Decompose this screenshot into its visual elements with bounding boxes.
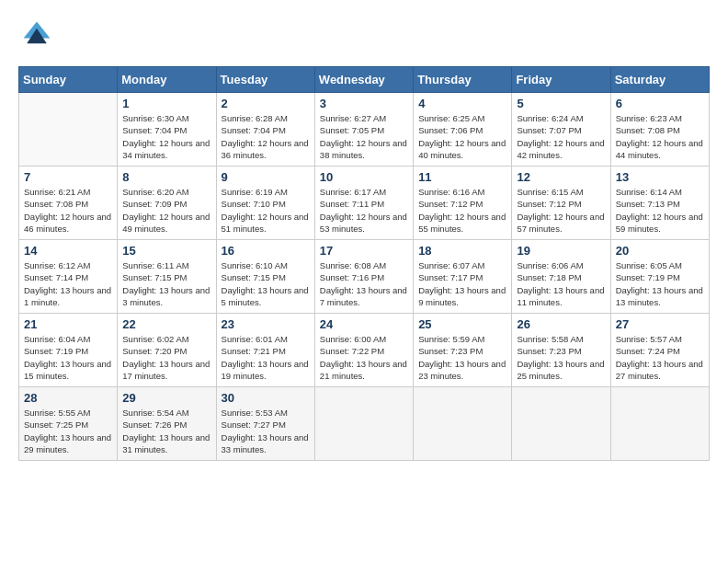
day-info: Sunrise: 6:05 AM Sunset: 7:19 PM Dayligh… [616,259,704,308]
day-number: 5 [517,97,605,110]
calendar-cell: 8 Sunrise: 6:20 AM Sunset: 7:09 PM Dayli… [118,167,216,240]
day-number: 6 [616,97,704,110]
day-info: Sunrise: 6:14 AM Sunset: 7:13 PM Dayligh… [616,186,704,235]
calendar-cell: 25 Sunrise: 5:59 AM Sunset: 7:23 PM Dayl… [414,314,512,387]
calendar-cell: 19 Sunrise: 6:06 AM Sunset: 7:18 PM Dayl… [512,240,610,314]
calendar-cell: 30 Sunrise: 5:53 AM Sunset: 7:27 PM Dayl… [216,387,314,461]
calendar-cell: 16 Sunrise: 6:10 AM Sunset: 7:15 PM Dayl… [216,240,314,314]
calendar-week-row: 14 Sunrise: 6:12 AM Sunset: 7:14 PM Dayl… [19,240,710,314]
day-info: Sunrise: 6:16 AM Sunset: 7:12 PM Dayligh… [418,186,506,235]
weekday-header: Sunday [19,67,118,93]
day-number: 21 [24,317,112,331]
weekday-header: Saturday [610,67,709,93]
day-info: Sunrise: 5:54 AM Sunset: 7:26 PM Dayligh… [122,407,210,455]
weekday-header: Monday [118,67,216,93]
day-info: Sunrise: 5:58 AM Sunset: 7:23 PM Dayligh… [517,333,605,382]
day-number: 30 [222,391,310,405]
day-info: Sunrise: 6:15 AM Sunset: 7:12 PM Dayligh… [517,186,605,235]
day-info: Sunrise: 6:07 AM Sunset: 7:17 PM Dayligh… [418,259,506,308]
calendar-cell [610,387,709,461]
weekday-header: Tuesday [216,67,314,93]
calendar-week-row: 7 Sunrise: 6:21 AM Sunset: 7:08 PM Dayli… [19,167,710,240]
day-number: 11 [418,170,506,184]
day-info: Sunrise: 6:25 AM Sunset: 7:06 PM Dayligh… [418,112,506,161]
calendar-cell: 6 Sunrise: 6:23 AM Sunset: 7:08 PM Dayli… [610,93,709,167]
calendar-cell: 11 Sunrise: 6:16 AM Sunset: 7:12 PM Dayl… [414,167,512,240]
day-info: Sunrise: 6:10 AM Sunset: 7:15 PM Dayligh… [222,259,310,308]
day-number: 10 [320,170,408,184]
day-info: Sunrise: 5:55 AM Sunset: 7:25 PM Dayligh… [24,407,112,455]
day-info: Sunrise: 6:17 AM Sunset: 7:11 PM Dayligh… [320,186,408,235]
day-info: Sunrise: 6:28 AM Sunset: 7:04 PM Dayligh… [222,112,310,161]
weekday-header: Wednesday [314,67,413,93]
logo [18,18,57,55]
calendar-table: SundayMondayTuesdayWednesdayThursdayFrid… [18,66,710,461]
day-info: Sunrise: 6:24 AM Sunset: 7:07 PM Dayligh… [517,112,605,161]
day-info: Sunrise: 5:53 AM Sunset: 7:27 PM Dayligh… [222,407,310,455]
calendar-cell: 10 Sunrise: 6:17 AM Sunset: 7:11 PM Dayl… [314,167,413,240]
day-number: 19 [517,244,605,258]
logo-icon [20,18,53,52]
day-info: Sunrise: 6:01 AM Sunset: 7:21 PM Dayligh… [222,333,310,382]
calendar-cell: 7 Sunrise: 6:21 AM Sunset: 7:08 PM Dayli… [19,167,118,240]
day-number: 24 [320,317,408,331]
calendar-cell: 28 Sunrise: 5:55 AM Sunset: 7:25 PM Dayl… [19,387,118,461]
day-number: 27 [616,317,704,331]
day-info: Sunrise: 6:30 AM Sunset: 7:04 PM Dayligh… [122,112,210,161]
day-info: Sunrise: 5:59 AM Sunset: 7:23 PM Dayligh… [418,333,506,382]
calendar-cell: 13 Sunrise: 6:14 AM Sunset: 7:13 PM Dayl… [610,167,709,240]
day-info: Sunrise: 6:04 AM Sunset: 7:19 PM Dayligh… [24,333,112,382]
calendar-cell: 3 Sunrise: 6:27 AM Sunset: 7:05 PM Dayli… [314,93,413,167]
calendar-week-row: 21 Sunrise: 6:04 AM Sunset: 7:19 PM Dayl… [19,314,710,387]
calendar-cell: 20 Sunrise: 6:05 AM Sunset: 7:19 PM Dayl… [610,240,709,314]
day-info: Sunrise: 6:12 AM Sunset: 7:14 PM Dayligh… [24,259,112,308]
day-number: 13 [616,170,704,184]
calendar-cell [512,387,610,461]
day-number: 17 [320,244,408,258]
day-number: 18 [418,244,506,258]
calendar-cell: 27 Sunrise: 5:57 AM Sunset: 7:24 PM Dayl… [610,314,709,387]
day-number: 2 [222,97,310,110]
calendar-cell: 24 Sunrise: 6:00 AM Sunset: 7:22 PM Dayl… [314,314,413,387]
calendar-cell: 21 Sunrise: 6:04 AM Sunset: 7:19 PM Dayl… [19,314,118,387]
day-number: 28 [24,391,112,405]
day-info: Sunrise: 6:27 AM Sunset: 7:05 PM Dayligh… [320,112,408,161]
day-number: 12 [517,170,605,184]
calendar-cell [314,387,413,461]
calendar-week-row: 28 Sunrise: 5:55 AM Sunset: 7:25 PM Dayl… [19,387,710,461]
weekday-header: Friday [512,67,610,93]
day-number: 1 [122,97,210,110]
page-header [18,18,710,55]
calendar-cell: 23 Sunrise: 6:01 AM Sunset: 7:21 PM Dayl… [216,314,314,387]
day-info: Sunrise: 6:08 AM Sunset: 7:16 PM Dayligh… [320,259,408,308]
calendar-cell: 5 Sunrise: 6:24 AM Sunset: 7:07 PM Dayli… [512,93,610,167]
day-number: 14 [24,244,112,258]
day-number: 26 [517,317,605,331]
calendar-cell: 4 Sunrise: 6:25 AM Sunset: 7:06 PM Dayli… [414,93,512,167]
calendar-cell: 22 Sunrise: 6:02 AM Sunset: 7:20 PM Dayl… [118,314,216,387]
day-number: 29 [122,391,210,405]
calendar-cell: 1 Sunrise: 6:30 AM Sunset: 7:04 PM Dayli… [118,93,216,167]
day-info: Sunrise: 6:21 AM Sunset: 7:08 PM Dayligh… [24,186,112,235]
day-info: Sunrise: 6:20 AM Sunset: 7:09 PM Dayligh… [122,186,210,235]
day-number: 7 [24,170,112,184]
day-number: 25 [418,317,506,331]
day-number: 4 [418,97,506,110]
day-number: 15 [122,244,210,258]
calendar-cell: 15 Sunrise: 6:11 AM Sunset: 7:15 PM Dayl… [118,240,216,314]
calendar-cell: 26 Sunrise: 5:58 AM Sunset: 7:23 PM Dayl… [512,314,610,387]
calendar-week-row: 1 Sunrise: 6:30 AM Sunset: 7:04 PM Dayli… [19,93,710,167]
day-number: 16 [222,244,310,258]
calendar-cell: 29 Sunrise: 5:54 AM Sunset: 7:26 PM Dayl… [118,387,216,461]
day-info: Sunrise: 6:06 AM Sunset: 7:18 PM Dayligh… [517,259,605,308]
day-number: 8 [122,170,210,184]
day-number: 9 [222,170,310,184]
day-info: Sunrise: 5:57 AM Sunset: 7:24 PM Dayligh… [616,333,704,382]
weekday-header: Thursday [414,67,512,93]
calendar-cell: 14 Sunrise: 6:12 AM Sunset: 7:14 PM Dayl… [19,240,118,314]
calendar-cell: 18 Sunrise: 6:07 AM Sunset: 7:17 PM Dayl… [414,240,512,314]
calendar-cell: 12 Sunrise: 6:15 AM Sunset: 7:12 PM Dayl… [512,167,610,240]
day-info: Sunrise: 6:19 AM Sunset: 7:10 PM Dayligh… [222,186,310,235]
calendar-cell [19,93,118,167]
day-info: Sunrise: 6:23 AM Sunset: 7:08 PM Dayligh… [616,112,704,161]
